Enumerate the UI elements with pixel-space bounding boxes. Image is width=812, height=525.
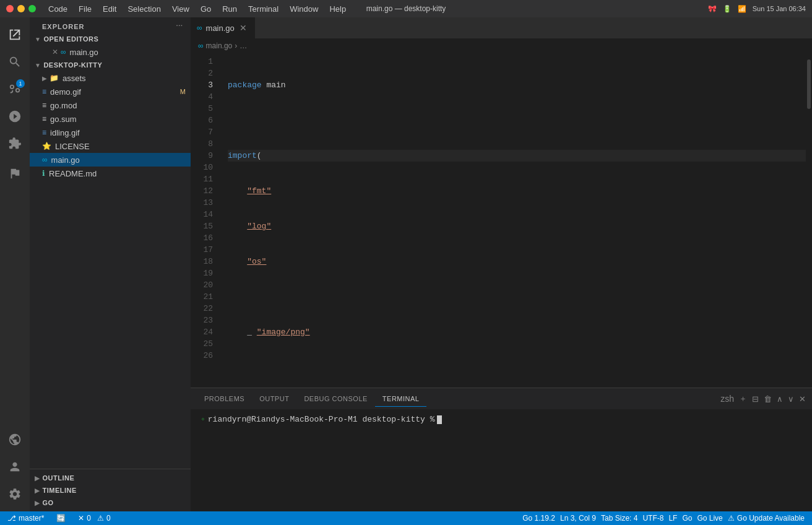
sync-icon: 🔄	[56, 514, 66, 523]
terminal-plus-icon[interactable]: ＋	[739, 393, 747, 404]
activity-test[interactable]	[2, 161, 27, 186]
status-line-ending[interactable]: LF	[666, 511, 680, 525]
tree-item-go-mod[interactable]: ≡ go.mod	[30, 98, 191, 112]
terminal-split-icon[interactable]: ⊟	[752, 394, 759, 404]
code-line-5: "log"	[228, 220, 806, 232]
scrollbar[interactable]	[806, 53, 812, 388]
panel-close-icon[interactable]: ✕	[799, 394, 806, 404]
activity-run[interactable]	[2, 104, 27, 129]
menu-edit[interactable]: Edit	[98, 3, 121, 15]
tree-item-readme[interactable]: ℹ README.md	[30, 167, 191, 180]
add-terminal-icon[interactable]: zsh	[720, 394, 734, 404]
tab-debug-console[interactable]: DEBUG CONSOLE	[296, 391, 374, 406]
ln-1: 1	[198, 56, 213, 67]
datetime: Sun 15 Jan 06:34	[753, 5, 806, 12]
tree-item-main-go[interactable]: ∞ main.go	[30, 153, 191, 167]
tree-item-license[interactable]: ⭐ LICENSE	[30, 139, 191, 153]
outline-chevron: ▶	[35, 475, 40, 482]
ln-18: 18	[198, 256, 213, 267]
menu-file[interactable]: File	[74, 3, 97, 15]
sidebar-header: Explorer ⋯	[30, 17, 191, 33]
activity-search[interactable]	[2, 50, 27, 74]
main-go-icon: ∞	[42, 155, 48, 164]
tree-item-assets[interactable]: ▶ 📁 assets	[30, 71, 191, 85]
breadcrumb-filename[interactable]: main.go	[206, 41, 233, 50]
close-editor-icon[interactable]: ✕	[52, 48, 58, 56]
notification-icon: 🎀	[708, 5, 717, 13]
menu-run[interactable]: Run	[217, 3, 242, 15]
go-sum-name: go.sum	[50, 115, 77, 124]
status-sync[interactable]: 🔄	[54, 511, 68, 525]
panel-chevron-up[interactable]: ∧	[777, 394, 783, 404]
activity-source-control[interactable]: 1	[2, 77, 27, 102]
menu-selection[interactable]: Selection	[123, 3, 165, 15]
status-go-update[interactable]: ⚠ Go Update Available	[725, 511, 807, 525]
main-go-name: main.go	[51, 155, 80, 165]
go-section[interactable]: ▶ GO	[30, 497, 191, 509]
open-editor-filename: main.go	[70, 48, 98, 57]
ln-6: 6	[198, 115, 213, 126]
ln-17: 17	[198, 244, 213, 256]
tab-main-go[interactable]: ∞ main.go ✕	[191, 17, 255, 38]
breadcrumb-file-icon: ∞	[198, 41, 204, 50]
menu-terminal[interactable]: Terminal	[243, 3, 283, 15]
terminal-content[interactable]: ◦ riandyrn@Riandys-MacBook-Pro-M1 deskto…	[191, 410, 812, 511]
status-tab-size[interactable]: Tab Size: 4	[598, 511, 640, 525]
menu-view[interactable]: View	[167, 3, 194, 15]
outline-section[interactable]: ▶ OUTLINE	[30, 472, 191, 484]
new-file-icon[interactable]: ⋯	[176, 22, 183, 30]
menu-help[interactable]: Help	[324, 3, 351, 15]
ln-16: 16	[198, 232, 213, 244]
breadcrumb-separator: ›	[235, 41, 237, 50]
status-encoding[interactable]: UTF-8	[640, 511, 666, 525]
menu-go[interactable]: Go	[196, 3, 216, 15]
tree-item-demo-gif[interactable]: ≡ demo.gif M	[30, 85, 191, 98]
panel-chevron-down[interactable]: ∨	[788, 394, 794, 404]
code-editor[interactable]: 1 2 3 4 5 6 7 8 9 10 11 12 13 14 15 16 1	[191, 53, 812, 388]
minimize-button[interactable]	[17, 5, 25, 12]
tab-output[interactable]: OUTPUT	[252, 391, 296, 406]
traffic-lights	[6, 5, 36, 12]
tab-problems[interactable]: PROBLEMS	[197, 391, 252, 406]
tab-go-icon: ∞	[197, 24, 202, 32]
tree-item-go-sum[interactable]: ≡ go.sum	[30, 112, 191, 126]
activity-settings[interactable]	[2, 482, 27, 506]
status-errors[interactable]: ✕ 0 ⚠ 0	[76, 511, 113, 525]
scroll-thumb[interactable]	[807, 59, 811, 109]
close-button[interactable]	[6, 5, 14, 12]
titlebar-right: 🎀 🔋 📶 Sun 15 Jan 06:34	[708, 5, 806, 13]
breadcrumb-context[interactable]: …	[240, 41, 247, 50]
project-section[interactable]: ▼ DESKTOP-KITTY	[30, 59, 191, 71]
terminal-trash-icon[interactable]: 🗑	[764, 394, 772, 404]
activity-extensions[interactable]	[2, 131, 27, 156]
panel: PROBLEMS OUTPUT DEBUG CONSOLE TERMINAL z…	[191, 388, 812, 511]
status-language[interactable]: Go	[680, 511, 694, 525]
status-branch[interactable]: ⎇ master*	[5, 511, 46, 525]
status-go-live[interactable]: Go Live	[694, 511, 725, 525]
tree-item-idling-gif[interactable]: ≡ idling.gif	[30, 126, 191, 139]
open-editors-section[interactable]: ▼ OPEN EDITORS	[30, 33, 191, 45]
timeline-section[interactable]: ▶ TIMELINE	[30, 484, 191, 497]
activity-explorer[interactable]	[2, 22, 27, 47]
activity-remote[interactable]	[2, 427, 27, 452]
go-section-chevron: ▶	[35, 500, 40, 506]
sidebar-title: Explorer	[42, 23, 85, 30]
tab-close-button[interactable]: ✕	[238, 23, 248, 33]
code-content[interactable]: package main import ( "fmt" "log" "os" _…	[218, 53, 806, 388]
status-go-version[interactable]: Go 1.19.2	[520, 511, 558, 525]
code-line-3: import (	[228, 150, 806, 162]
open-editor-main-go[interactable]: ✕ ∞ main.go	[30, 45, 191, 59]
go-version-text: Go 1.19.2	[522, 514, 555, 523]
ln-10: 10	[198, 162, 213, 173]
status-position[interactable]: Ln 3, Col 9	[558, 511, 598, 525]
activity-account[interactable]	[2, 454, 27, 479]
app: 1	[0, 17, 812, 525]
battery-icon: 🔋	[723, 5, 732, 13]
menu-window[interactable]: Window	[285, 3, 323, 15]
terminal-prompt-text: riandyrn@Riandys-MacBook-Pro-M1 desktop-…	[208, 415, 435, 424]
maximize-button[interactable]	[28, 5, 36, 12]
tab-terminal[interactable]: TERMINAL	[375, 391, 427, 407]
ln-5: 5	[198, 103, 213, 115]
menu-code[interactable]: Code	[43, 3, 72, 15]
ln-20: 20	[198, 279, 213, 291]
